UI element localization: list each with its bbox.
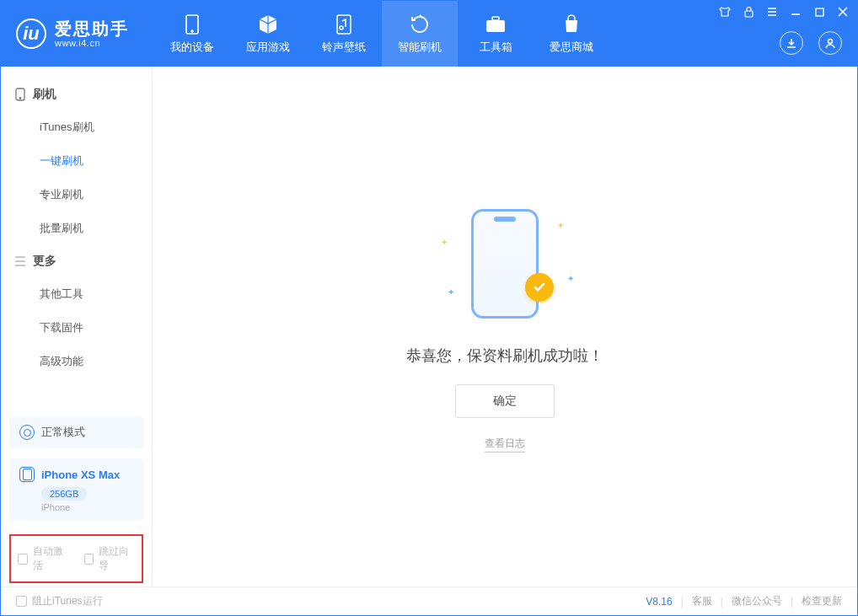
success-message: 恭喜您，保资料刷机成功啦！ (406, 345, 603, 366)
sidebar-group-more: 更多 (1, 245, 152, 277)
window-controls (717, 4, 850, 19)
view-log-link[interactable]: 查看日志 (485, 437, 525, 453)
sparkle-icon: ✦ (448, 287, 454, 297)
svg-rect-4 (486, 20, 505, 32)
user-icon[interactable] (818, 31, 842, 55)
checkbox-label: 自动激活 (33, 544, 69, 573)
sidebar: 刷机 iTunes刷机 一键刷机 专业刷机 批量刷机 更多 其他工具 下载固件 … (1, 67, 153, 587)
sidebar-item-batch[interactable]: 批量刷机 (1, 212, 152, 245)
nav-flash[interactable]: 智能刷机 (382, 1, 458, 67)
store-icon (560, 13, 582, 35)
nav-store[interactable]: 爱思商城 (534, 1, 609, 67)
app-url: www.i4.cn (55, 38, 129, 48)
highlighted-options: 自动激活 跳过向导 (9, 534, 143, 583)
sparkle-icon: ✦ (441, 238, 448, 247)
svg-rect-7 (816, 8, 823, 16)
menu-icon[interactable] (764, 4, 780, 19)
checkbox-label: 跳过向导 (99, 544, 135, 573)
group-title: 刷机 (33, 87, 56, 102)
device-icon (181, 13, 203, 35)
footer-link-support[interactable]: 客服 (692, 594, 712, 608)
nav-label: 智能刷机 (398, 40, 442, 55)
nav-label: 应用游戏 (246, 40, 290, 55)
nav-my-device[interactable]: 我的设备 (154, 1, 230, 67)
success-illustration: ✦ ✦ ✦ ✦ (421, 201, 589, 327)
nav-apps[interactable]: 应用游戏 (230, 1, 306, 67)
app-name: 爱思助手 (55, 20, 129, 38)
sidebar-item-onekey[interactable]: 一键刷机 (1, 144, 152, 178)
menu-icon (14, 256, 26, 266)
ringtone-icon (333, 13, 355, 35)
svg-point-10 (19, 98, 21, 99)
nav-tabs: 我的设备 应用游戏 铃声壁纸 智能刷机 工具箱 爱思商城 (154, 1, 609, 67)
download-icon[interactable] (780, 31, 803, 55)
user-controls (780, 31, 842, 55)
storage-pill: 256GB (41, 487, 87, 501)
close-icon[interactable] (835, 4, 850, 19)
sidebar-item-firmware[interactable]: 下载固件 (1, 311, 152, 345)
svg-point-1 (191, 30, 193, 32)
flash-icon (409, 13, 431, 35)
sidebar-list-more: 其他工具 下载固件 高级功能 (1, 277, 152, 378)
tshirt-icon[interactable] (717, 4, 732, 19)
sidebar-list-flash: iTunes刷机 一键刷机 专业刷机 批量刷机 (1, 110, 152, 245)
nav-label: 铃声壁纸 (322, 40, 366, 55)
footer: 阻止iTunes运行 V8.16 | 客服 | 微信公众号 | 检查更新 (1, 587, 857, 615)
app-body: 刷机 iTunes刷机 一键刷机 专业刷机 批量刷机 更多 其他工具 下载固件 … (1, 67, 857, 587)
svg-rect-6 (745, 11, 753, 17)
checkbox-skip-guide[interactable]: 跳过向导 (84, 544, 136, 573)
sidebar-item-other[interactable]: 其他工具 (1, 277, 152, 311)
checkbox-icon (84, 554, 94, 565)
sidebar-item-advanced[interactable]: 高级功能 (1, 345, 152, 378)
checkbox-label: 阻止iTunes运行 (32, 594, 103, 608)
apps-icon (257, 13, 279, 35)
sidebar-item-itunes[interactable]: iTunes刷机 (1, 110, 152, 144)
sparkle-icon: ✦ (557, 221, 564, 230)
device-name: iPhone XS Max (41, 469, 120, 481)
main-panel: ✦ ✦ ✦ ✦ 恭喜您，保资料刷机成功啦！ 确定 查看日志 (153, 67, 857, 587)
phone-icon (14, 88, 26, 101)
sparkle-icon: ✦ (567, 274, 574, 283)
nav-label: 工具箱 (480, 40, 512, 55)
nav-ringtone[interactable]: 铃声壁纸 (306, 1, 382, 67)
success-check-icon (525, 273, 554, 302)
mode-icon (19, 425, 35, 440)
nav-label: 爱思商城 (550, 40, 593, 55)
ok-button[interactable]: 确定 (455, 384, 555, 418)
app-window: iu 爱思助手 www.i4.cn 我的设备 应用游戏 铃声壁纸 智能刷机 (0, 0, 858, 616)
checkbox-block-itunes[interactable]: 阻止iTunes运行 (16, 594, 103, 608)
toolbox-icon (485, 13, 507, 35)
mode-label: 正常模式 (41, 425, 85, 440)
version-label: V8.16 (646, 596, 672, 608)
minimize-icon[interactable] (788, 4, 803, 19)
nav-toolbox[interactable]: 工具箱 (458, 1, 534, 67)
sidebar-group-flash: 刷机 (1, 78, 152, 110)
maximize-icon[interactable] (812, 4, 827, 19)
device-icon (19, 467, 35, 482)
phone-glyph (471, 209, 539, 319)
svg-rect-2 (337, 15, 351, 34)
mode-card[interactable]: 正常模式 (9, 416, 143, 448)
svg-point-8 (829, 40, 833, 44)
app-header: iu 爱思助手 www.i4.cn 我的设备 应用游戏 铃声壁纸 智能刷机 (1, 1, 857, 67)
lock-icon[interactable] (741, 4, 756, 19)
svg-rect-5 (492, 17, 499, 20)
device-card[interactable]: iPhone XS Max 256GB iPhone (9, 458, 143, 521)
svg-point-3 (340, 26, 343, 29)
logo-icon: iu (16, 19, 46, 49)
group-title: 更多 (33, 254, 56, 269)
sidebar-item-pro[interactable]: 专业刷机 (1, 178, 152, 212)
footer-link-update[interactable]: 检查更新 (802, 594, 842, 608)
footer-link-wechat[interactable]: 微信公众号 (732, 594, 782, 608)
checkbox-icon (18, 554, 28, 565)
app-logo[interactable]: iu 爱思助手 www.i4.cn (1, 19, 141, 49)
checkbox-auto-activate[interactable]: 自动激活 (18, 544, 69, 573)
checkbox-icon (16, 596, 27, 607)
device-type: iPhone (41, 502, 133, 512)
nav-label: 我的设备 (170, 40, 214, 55)
